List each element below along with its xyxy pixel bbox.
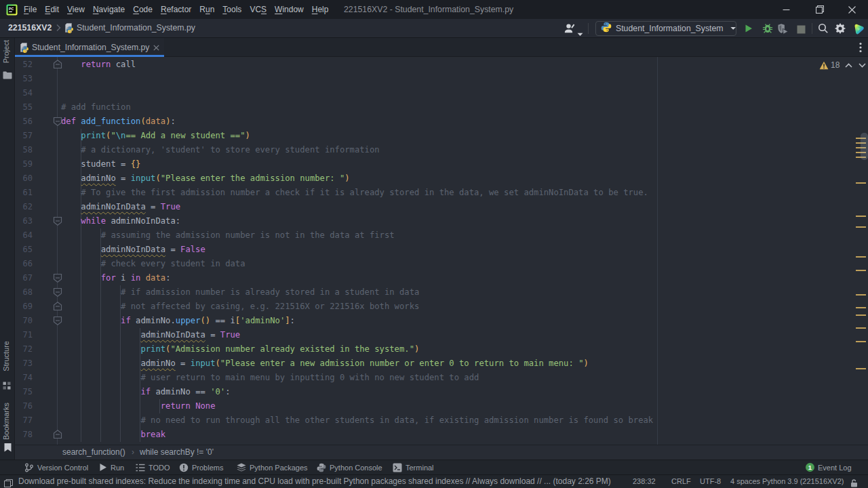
line-number-76[interactable]: 76 [15, 399, 33, 413]
line-number-64[interactable]: 64 [15, 228, 33, 243]
menu-tools[interactable]: Tools [218, 0, 245, 19]
code-line-65[interactable]: adminNoInData = False [61, 243, 205, 257]
run-button[interactable] [744, 24, 753, 36]
warning-stripe-mark[interactable] [856, 368, 866, 369]
line-number-69[interactable]: 69 [15, 300, 33, 314]
code-line-72[interactable]: print("Admission number already existed … [61, 342, 419, 357]
line-number-67[interactable]: 67 [15, 271, 33, 285]
close-button[interactable] [836, 0, 868, 19]
breadcrumb-function[interactable]: search_function() [62, 445, 125, 460]
toolwindow-run[interactable]: Run [99, 460, 124, 474]
line-number-60[interactable]: 60 [15, 171, 33, 186]
menu-code[interactable]: Code [129, 0, 157, 19]
menu-window[interactable]: Window [271, 0, 308, 19]
line-number-78[interactable]: 78 [15, 428, 33, 442]
menu-file[interactable]: File [20, 0, 41, 19]
line-number-74[interactable]: 74 [15, 371, 33, 385]
code-line-74[interactable]: # user return to main menu by inputting … [61, 371, 479, 385]
prev-warning-chevron-icon[interactable] [845, 63, 852, 68]
warning-stripe-mark[interactable] [856, 226, 866, 228]
line-number-72[interactable]: 72 [15, 342, 33, 357]
restore-button[interactable] [804, 0, 835, 19]
line-number-73[interactable]: 73 [15, 357, 33, 371]
menu-run[interactable]: Run [195, 0, 218, 19]
lock-icon[interactable] [850, 478, 858, 488]
bookmarks-flag-icon[interactable] [4, 443, 12, 455]
line-number-75[interactable]: 75 [15, 385, 33, 399]
warning-stripe-mark[interactable] [856, 341, 866, 342]
status-encoding[interactable]: UTF-8 [700, 475, 721, 488]
code-editor[interactable]: 5253545556575859606162636465666768697071… [15, 57, 868, 445]
fold-marker-line-63[interactable] [53, 216, 62, 228]
menu-vcs[interactable]: VCS [245, 0, 271, 19]
breadcrumb-project[interactable]: 221516XV2 [8, 19, 52, 37]
warning-stripe-mark[interactable] [856, 314, 866, 316]
line-number-61[interactable]: 61 [15, 186, 33, 200]
fold-marker-line-68[interactable] [53, 287, 62, 300]
line-number-58[interactable]: 58 [15, 143, 33, 157]
warning-stripe-mark[interactable] [856, 294, 866, 296]
warning-stripe-mark[interactable] [856, 256, 866, 258]
minimize-button[interactable] [770, 0, 802, 19]
line-number-68[interactable]: 68 [15, 285, 33, 300]
scrollbar-thumb[interactable] [861, 133, 868, 160]
tab-close-icon[interactable] [153, 45, 159, 51]
line-number-70[interactable]: 70 [15, 314, 33, 328]
code-line-76[interactable]: return None [61, 399, 215, 413]
stripe-button-project[interactable]: Project [2, 40, 10, 63]
line-number-52[interactable]: 52 [15, 58, 33, 72]
line-number-59[interactable]: 59 [15, 157, 33, 171]
tab-student-information-system[interactable]: Student_Information_System.py [15, 38, 164, 57]
editor-options-kebab-icon[interactable] [859, 42, 862, 56]
search-everywhere-icon[interactable] [818, 23, 829, 37]
run-configuration-select[interactable]: Student_Information_System [595, 21, 736, 36]
code-line-62[interactable]: adminNoInData = True [61, 200, 180, 214]
fold-marker-line-67[interactable] [53, 273, 62, 285]
menu-edit[interactable]: Edit [41, 0, 63, 19]
stop-button[interactable] [797, 24, 806, 37]
line-number-66[interactable]: 66 [15, 257, 33, 271]
code-line-63[interactable]: while adminNoInData: [61, 214, 180, 228]
line-number-54[interactable]: 54 [15, 86, 33, 100]
line-number-77[interactable]: 77 [15, 413, 33, 428]
warning-stripe-mark[interactable] [856, 307, 866, 308]
status-interpreter[interactable]: Python 3.9 (221516XV2) [762, 475, 844, 488]
warning-stripe-mark[interactable] [856, 270, 866, 271]
fold-marker-line-69[interactable] [53, 302, 62, 314]
code-line-77[interactable]: # no need to run through all the other s… [61, 413, 653, 428]
code-line-71[interactable]: adminNoInData = True [61, 328, 240, 342]
next-warning-chevron-icon[interactable] [859, 63, 866, 68]
code-line-78[interactable]: break [61, 428, 165, 442]
toolwindow-terminal[interactable]: Terminal [393, 460, 434, 474]
breadcrumb-statement[interactable]: while searchBy != '0' [140, 445, 214, 460]
code-line-52[interactable]: return call [61, 58, 136, 72]
status-message[interactable]: Download pre-built shared indexes: Reduc… [18, 475, 611, 488]
folder-icon[interactable] [3, 70, 12, 82]
stripe-button-structure[interactable]: Structure [2, 341, 10, 371]
warning-stripe-mark[interactable] [856, 327, 866, 329]
code-line-61[interactable]: # To give the first admission number a c… [61, 186, 648, 200]
menu-view[interactable]: View [63, 0, 89, 19]
code-line-60[interactable]: adminNo = input("Please enter the admiss… [61, 171, 350, 186]
line-number-57[interactable]: 57 [15, 129, 33, 143]
status-indent[interactable]: 4 spaces [730, 475, 760, 488]
line-number-63[interactable]: 63 [15, 214, 33, 228]
code-line-64[interactable]: # assuming the admission number is not i… [61, 228, 395, 243]
code-line-57[interactable]: print("\n== Add a new student ==") [61, 129, 250, 143]
fold-marker-line-70[interactable] [53, 316, 62, 328]
code-line-73[interactable]: adminNo = input("Please enter a new admi… [61, 357, 589, 371]
breadcrumb-file[interactable]: Student_Information_System.py [77, 19, 195, 37]
fold-marker-line-78[interactable] [53, 430, 62, 442]
codewithme-users-icon[interactable] [564, 23, 576, 37]
code-line-59[interactable]: student = {} [61, 157, 140, 171]
toolwindow-todo[interactable]: TODO [136, 460, 170, 474]
menu-help[interactable]: Help [308, 0, 333, 19]
code-line-58[interactable]: # a dictionary, 'student' to store every… [61, 143, 380, 157]
menu-refactor[interactable]: Refactor [157, 0, 195, 19]
code-line-70[interactable]: if adminNo.upper() == i['adminNo']: [61, 314, 295, 328]
line-number-62[interactable]: 62 [15, 200, 33, 214]
inspections-widget[interactable]: 18 [819, 60, 866, 70]
line-number-56[interactable]: 56 [15, 115, 33, 129]
toolwindow-python-packages[interactable]: Python Packages [237, 460, 308, 474]
code-line-55[interactable]: # add function [61, 100, 131, 115]
